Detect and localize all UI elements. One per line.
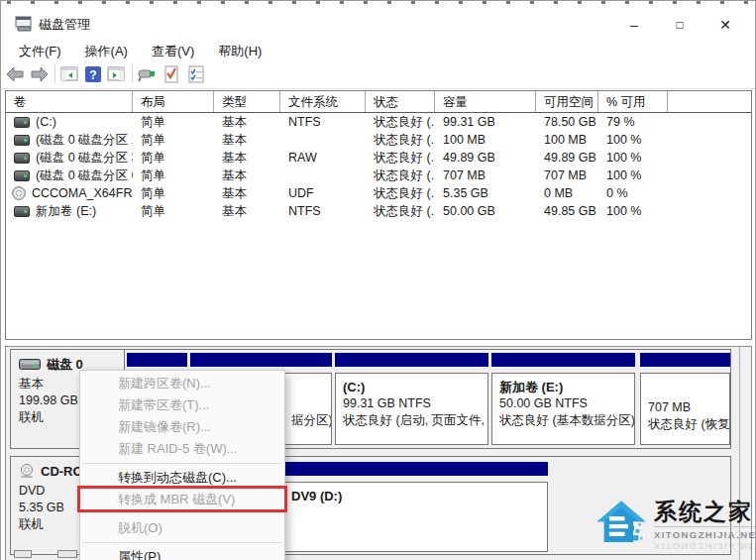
cell-layout: 简单 <box>133 168 214 184</box>
column-header-layout[interactable]: 布局 <box>133 91 214 112</box>
cell-free: 49.89 GB <box>536 151 598 165</box>
toolbar-separator <box>132 64 133 83</box>
menu-action[interactable]: 操作(A) <box>73 41 140 61</box>
partition-size: 99.31 GB NTFS <box>343 395 487 412</box>
cell-layout: 简单 <box>133 132 214 149</box>
window-title: 磁盘管理 <box>39 16 90 34</box>
partition-strip-e[interactable]: 新加卷 (E:) 50.00 GB NTFS 状态良好 (基本数据分区) <box>491 353 635 445</box>
menu-separator <box>82 542 282 543</box>
cell-capacity: 707 MB <box>435 168 536 182</box>
column-header-capacity[interactable]: 容量 <box>435 91 536 112</box>
media-label-fragment: DV9 (D:) <box>291 488 547 504</box>
partition-status-fragment: 据分区) <box>291 412 331 429</box>
menu-view[interactable]: 查看(V) <box>140 41 206 61</box>
cropped-ui-artifact <box>14 550 32 558</box>
menu-separator <box>82 463 282 464</box>
column-header-pct-free[interactable]: % 可用 <box>598 91 668 112</box>
drive-icon <box>14 153 30 164</box>
cell-pct: 0 % <box>598 186 668 200</box>
menu-item-offline[interactable]: 脱机(O) <box>80 517 284 539</box>
help-icon[interactable]: ? <box>82 63 106 85</box>
cell-layout: 简单 <box>133 185 214 202</box>
table-row[interactable]: (磁盘 0 磁盘分区 1) 简单 基本 状态良好 (... 100 MB 100… <box>6 131 751 149</box>
menu-item-new-mirrored-volume[interactable]: 新建镜像卷(R)... <box>80 416 284 438</box>
cell-fs: NTFS <box>280 204 366 218</box>
partition-color-bar <box>640 353 730 367</box>
menu-item-new-striped-volume[interactable]: 新建带区卷(T)... <box>80 394 284 416</box>
cell-layout: 简单 <box>133 150 214 167</box>
close-button[interactable]: ✕ <box>708 13 742 37</box>
cell-capacity: 100 MB <box>435 133 536 147</box>
red-highlight-box <box>77 486 287 512</box>
table-row[interactable]: (C:) 简单 基本 NTFS 状态良好 (... 99.31 GB 78.50… <box>6 113 751 131</box>
cell-fs: UDF <box>280 186 366 200</box>
table-row[interactable]: CCCOMA_X64FR... 简单 基本 UDF 状态良好 (... 5.35… <box>6 184 751 202</box>
watermark-logo-icon <box>595 499 647 548</box>
table-row[interactable]: (磁盘 0 磁盘分区 6) 简单 基本 状态良好 (... 707 MB 707… <box>6 167 751 184</box>
menu-item-new-spanned-volume[interactable]: 新建跨区卷(N)... <box>80 373 284 394</box>
column-header-volume[interactable]: 卷 <box>6 91 133 112</box>
volume-name: CCCOMA_X64FR... <box>32 186 133 200</box>
cell-layout: 简单 <box>133 114 214 131</box>
table-row[interactable]: 新加卷 (E:) 简单 基本 NTFS 状态良好 (... 50.00 GB 4… <box>6 202 751 220</box>
table-row[interactable]: (磁盘 0 磁盘分区 3) 简单 基本 RAW 状态良好 (... 49.89 … <box>6 149 751 167</box>
back-arrow-icon[interactable] <box>4 63 28 85</box>
cell-capacity: 99.31 GB <box>435 115 536 129</box>
volume-table: 卷 布局 类型 文件系统 状态 容量 可用空间 % 可用 (C:) 简单 基本 … <box>5 90 752 340</box>
volume-name: (磁盘 0 磁盘分区 1) <box>36 132 133 149</box>
watermark-domain-reflection: XITONGZHIJIA.NET <box>654 541 756 554</box>
volume-name: (C:) <box>36 115 56 129</box>
menu-help[interactable]: 帮助(H) <box>206 41 273 61</box>
toolbar-separator <box>54 64 55 83</box>
cell-fs: RAW <box>280 151 366 165</box>
cell-capacity: 50.00 GB <box>435 204 536 218</box>
toolbar: ? <box>1 61 755 89</box>
disk0-name: 磁盘 0 <box>47 356 83 373</box>
watermark-domain: XITONGZHIJIA.NET <box>654 526 756 540</box>
menu-file[interactable]: 文件(F) <box>7 41 73 61</box>
partition-status: 状态良好 (基本数据分区) <box>499 412 634 429</box>
partition-size: 50.00 GB NTFS <box>499 395 634 412</box>
minimize-button[interactable]: – <box>617 13 651 37</box>
menu-item-new-raid5-volume[interactable]: 新建 RAID-5 卷(W)... <box>80 438 284 460</box>
drive-icon <box>14 206 30 217</box>
partition-strip-c[interactable]: (C:) 99.31 GB NTFS 状态良好 (启动, 页面文件, <box>335 353 488 445</box>
volume-name: (磁盘 0 磁盘分区 3) <box>36 150 133 167</box>
partition-title: 新加卷 (E:) <box>499 379 634 395</box>
cell-type: 基本 <box>214 150 280 167</box>
cell-pct: 100 % <box>598 168 668 182</box>
cell-free: 78.50 GB <box>536 115 598 129</box>
cell-free: 49.85 GB <box>536 204 598 218</box>
cell-pct: 100 % <box>598 204 668 218</box>
menu-item-properties[interactable]: 属性(P) <box>80 546 284 560</box>
cell-capacity: 5.35 GB <box>435 186 536 200</box>
check-document-icon[interactable] <box>161 63 184 85</box>
cell-layout: 简单 <box>133 203 214 220</box>
disk-view-icon[interactable] <box>136 63 160 85</box>
partition-color-bar <box>190 353 332 367</box>
forward-arrow-icon[interactable] <box>29 63 53 85</box>
drive-icon <box>14 170 30 181</box>
column-header-empty[interactable] <box>668 91 751 112</box>
column-header-filesystem[interactable]: 文件系统 <box>280 91 366 112</box>
cell-type: 基本 <box>214 132 280 149</box>
maximize-button[interactable]: □ <box>663 13 697 37</box>
watermark-title: 系统之家 <box>654 499 756 524</box>
cdrom-name: CD-RO <box>41 463 83 480</box>
column-header-type[interactable]: 类型 <box>214 91 280 112</box>
column-header-status[interactable]: 状态 <box>366 91 435 112</box>
disk-management-window: 磁盘管理 – □ ✕ 文件(F) 操作(A) 查看(V) 帮助(H) <box>0 0 756 560</box>
partition-strip-recovery[interactable]: 707 MB 状态良好 (恢复 <box>640 353 730 445</box>
show-console-tree-icon[interactable] <box>58 63 82 85</box>
checklist-icon[interactable] <box>185 63 209 85</box>
volume-name: (磁盘 0 磁盘分区 6) <box>36 168 133 184</box>
partition-color-bar <box>491 353 635 367</box>
cell-status: 状态良好 (... <box>366 185 435 202</box>
cell-status: 状态良好 (... <box>366 150 435 167</box>
cropped-text-artifact <box>7 1 750 4</box>
cell-status: 状态良好 (... <box>366 168 435 184</box>
column-header-free-space[interactable]: 可用空间 <box>536 91 598 112</box>
cell-pct: 100 % <box>598 151 668 165</box>
show-action-pane-icon[interactable] <box>105 63 129 85</box>
cell-capacity: 49.89 GB <box>435 151 536 165</box>
